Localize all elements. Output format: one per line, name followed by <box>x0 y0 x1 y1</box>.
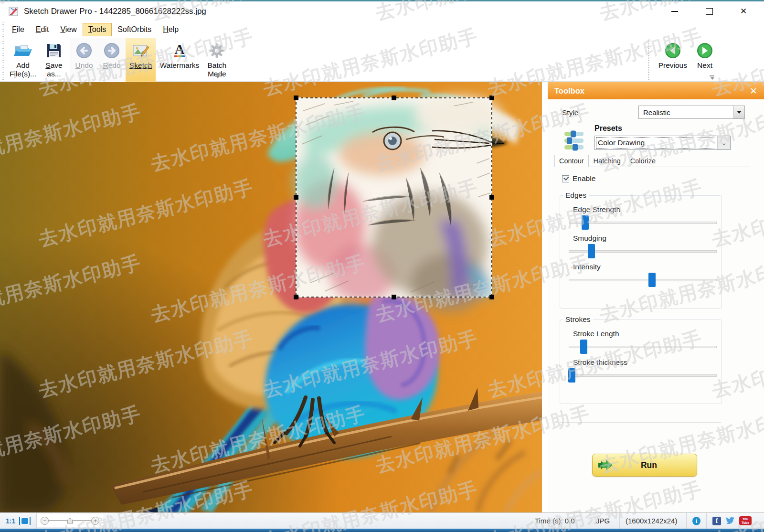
zoom-ratio[interactable]: 1:1 <box>6 517 15 525</box>
social-cell: f YouTube <box>707 513 764 529</box>
tab-hatching[interactable]: Hatching <box>589 155 626 167</box>
presets-value: Color Drawing <box>595 136 717 149</box>
zoom-slider-handle[interactable] <box>67 518 73 524</box>
presets-dropdown-chevron-icon[interactable]: ⌄ <box>717 136 730 149</box>
menu-item-view[interactable]: View <box>55 23 82 36</box>
toolbar-grip[interactable] <box>2 21 4 82</box>
run-button[interactable]: Run <box>592 454 697 477</box>
toolbox-close-icon[interactable]: ✕ <box>750 86 757 96</box>
style-label: Style <box>562 108 578 117</box>
slider-track[interactable] <box>569 346 717 348</box>
previous-arrow-icon <box>664 41 682 60</box>
save-icon <box>46 41 62 60</box>
style-dropdown-arrow-icon[interactable] <box>733 106 744 118</box>
menubar: FileEditViewToolsSoftOrbitsHelp <box>0 21 764 38</box>
maximize-button[interactable] <box>702 4 716 19</box>
slider-intensity[interactable] <box>569 272 717 287</box>
group-strokes: StrokesStroke LengthStroke thickness <box>560 315 722 404</box>
nav-separator <box>648 40 649 80</box>
add-files-button[interactable]: AddFile(s)... <box>6 38 40 82</box>
right-panel: Toolbox ✕ Style Realistic Prese <box>542 82 764 512</box>
gear-icon <box>208 41 225 60</box>
nav-overflow-chevron-icon[interactable] <box>709 75 715 80</box>
toolbox-panel: Toolbox ✕ Style Realistic Prese <box>548 82 764 512</box>
menu-item-softorbits[interactable]: SoftOrbits <box>112 23 157 36</box>
run-arrow-icon <box>597 459 614 471</box>
app-icon <box>9 6 19 17</box>
bird-photo <box>0 82 542 512</box>
style-dropdown[interactable]: Realistic <box>638 106 745 119</box>
zoom-out-button[interactable]: − <box>41 517 49 525</box>
close-button[interactable]: ✕ <box>736 4 751 19</box>
slider-edge-strength[interactable] <box>569 215 717 230</box>
menu-item-file[interactable]: File <box>7 23 30 36</box>
dimensions-cell: (1600x1242x24) <box>620 513 687 529</box>
group-title: Strokes <box>563 315 593 324</box>
svg-text:A: A <box>174 42 184 57</box>
toolbar-overflow-chevron-icon[interactable] <box>214 74 221 78</box>
zoom-slider: − + <box>37 514 103 527</box>
toolbar: AddFile(s)... Saveas... <box>0 38 764 82</box>
panel-separator <box>560 422 721 423</box>
slider-track[interactable] <box>569 279 717 281</box>
youtube-icon[interactable]: YouTube <box>739 516 752 525</box>
menu-item-tools[interactable]: Tools <box>83 23 111 36</box>
toolbox-tabs: ContourHatchingColorize <box>554 155 750 167</box>
tab-colorize[interactable]: Colorize <box>626 155 660 167</box>
presets-combobox[interactable]: Color Drawing ⌄ <box>594 136 731 150</box>
slider-thumb[interactable] <box>568 368 575 383</box>
slider-thumb[interactable] <box>648 273 656 287</box>
enable-checkbox-row[interactable]: Enable <box>562 174 595 183</box>
enable-checkbox[interactable] <box>562 175 569 182</box>
enable-label: Enable <box>573 174 595 183</box>
slider-thumb[interactable] <box>582 215 589 230</box>
menu-item-edit[interactable]: Edit <box>31 23 54 36</box>
sketch-button[interactable]: Sketch <box>126 38 156 82</box>
undo-button[interactable]: Undo <box>70 38 98 82</box>
toolbox-title: Toolbox <box>554 86 750 96</box>
sketch-icon <box>132 41 150 60</box>
tab-contour[interactable]: Contour <box>554 155 589 167</box>
window-title: Sketch Drawer Pro - 1442285_80661628222s… <box>24 7 206 16</box>
style-value: Realistic <box>639 108 733 117</box>
info-cell: i <box>687 513 707 529</box>
slider-track[interactable] <box>569 222 717 224</box>
time-cell: Time (s): 0.0 <box>529 513 590 529</box>
slider-thumb[interactable] <box>588 244 595 258</box>
watermarks-icon: A <box>171 41 188 60</box>
window-bottom-border <box>0 529 764 532</box>
slider-stroke-length[interactable] <box>569 339 717 354</box>
twitter-icon[interactable] <box>725 517 735 525</box>
slider-label: Intensity <box>573 263 722 271</box>
save-as-button[interactable]: Saveas... <box>40 38 68 82</box>
sketch-preview-region <box>294 96 501 311</box>
slider-smudging[interactable] <box>569 244 717 259</box>
redo-icon <box>103 41 120 60</box>
next-arrow-icon <box>696 41 714 60</box>
minimize-icon <box>671 11 678 12</box>
minimize-button[interactable] <box>668 4 682 19</box>
maximize-icon <box>706 8 713 15</box>
previous-button[interactable]: Previous <box>655 38 691 82</box>
fit-to-screen-icon[interactable] <box>19 517 31 525</box>
format-cell: JPG <box>590 513 620 529</box>
info-icon[interactable]: i <box>692 517 700 525</box>
slider-track[interactable] <box>569 374 717 377</box>
redo-button[interactable]: Redo <box>98 38 126 82</box>
menu-item-help[interactable]: Help <box>158 23 184 36</box>
slider-thumb[interactable] <box>580 340 587 354</box>
facebook-icon[interactable]: f <box>712 517 721 525</box>
toolbar-separator <box>69 40 69 80</box>
zoom-in-button[interactable]: + <box>91 517 99 525</box>
presets-sliders-icon <box>563 129 585 152</box>
slider-label: Stroke Length <box>573 330 722 338</box>
photo-canvas <box>0 82 542 512</box>
open-folder-icon <box>13 41 33 60</box>
watermarks-button[interactable]: A Watermarks <box>156 38 203 82</box>
group-title: Edges <box>563 191 589 200</box>
undo-icon <box>75 41 93 60</box>
run-label: Run <box>614 460 684 470</box>
toolbox-header: Toolbox ✕ <box>548 82 764 99</box>
titlebar: Sketch Drawer Pro - 1442285_80661628222s… <box>0 1 764 21</box>
slider-stroke-thickness[interactable] <box>569 368 717 383</box>
